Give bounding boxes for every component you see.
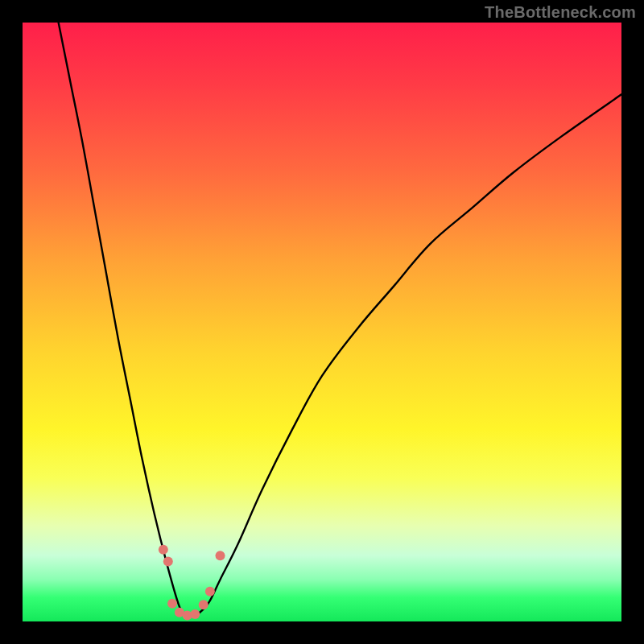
plot-area [23, 23, 621, 621]
bottleneck-curve [59, 23, 621, 616]
marker-5 [190, 609, 200, 619]
marker-0 [159, 545, 168, 555]
watermark-text: TheBottleneck.com [485, 3, 636, 22]
marker-6 [199, 600, 208, 609]
curve-markers [159, 545, 225, 621]
marker-8 [216, 551, 225, 560]
marker-2 [167, 599, 177, 609]
series-right-branch [196, 94, 621, 615]
marker-7 [205, 587, 215, 597]
chart-frame: TheBottleneck.com [0, 0, 644, 644]
series-left-branch [59, 23, 184, 616]
marker-1 [163, 557, 173, 567]
curve-layer [23, 23, 621, 621]
